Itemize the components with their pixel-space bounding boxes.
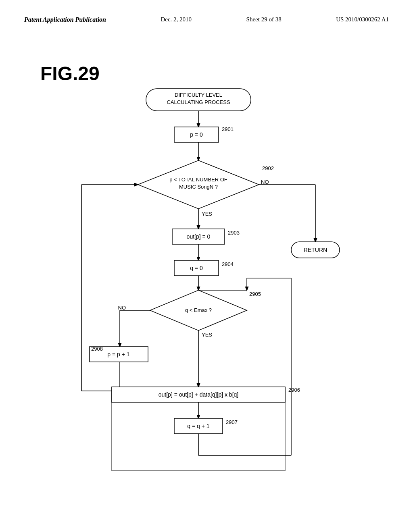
svg-text:p = 0: p = 0 xyxy=(190,131,203,138)
svg-text:out[p] = 0: out[p] = 0 xyxy=(187,233,211,240)
svg-text:YES: YES xyxy=(202,211,212,217)
svg-text:p < TOTAL NUMBER OF: p < TOTAL NUMBER OF xyxy=(169,177,227,183)
svg-text:q < Emax ?: q < Emax ? xyxy=(185,307,212,313)
publication-date: Dec. 2, 2010 xyxy=(161,16,192,23)
svg-text:2904: 2904 xyxy=(222,261,234,267)
svg-text:p = p + 1: p = p + 1 xyxy=(107,351,129,357)
svg-text:q = q + 1: q = q + 1 xyxy=(187,423,209,429)
svg-text:CALCULATING PROCESS: CALCULATING PROCESS xyxy=(167,99,230,105)
svg-text:RETURN: RETURN xyxy=(304,247,327,253)
svg-text:2903: 2903 xyxy=(228,230,240,236)
svg-text:YES: YES xyxy=(202,332,212,338)
svg-text:2901: 2901 xyxy=(222,126,234,132)
publication-title: Patent Application Publication xyxy=(24,16,106,23)
svg-text:2905: 2905 xyxy=(249,291,261,297)
svg-text:DIFFICULTY LEVEL: DIFFICULTY LEVEL xyxy=(175,92,222,98)
svg-text:MUSIC SongN ?: MUSIC SongN ? xyxy=(179,184,218,190)
svg-text:NO: NO xyxy=(261,179,269,185)
svg-text:2902: 2902 xyxy=(262,165,274,171)
page-header: Patent Application Publication Dec. 2, 2… xyxy=(0,0,413,23)
flowchart-diagram: DIFFICULTY LEVEL CALCULATING PROCESS p =… xyxy=(49,85,364,512)
figure-label: FIG.29 xyxy=(40,62,100,85)
svg-text:2906: 2906 xyxy=(288,387,300,393)
patent-number: US 2010/0300262 A1 xyxy=(336,16,389,23)
svg-text:2908: 2908 xyxy=(91,346,103,352)
svg-text:NO: NO xyxy=(118,305,126,311)
svg-text:out[p] = out[p] + data[q][p] x: out[p] = out[p] + data[q][p] x b[q] xyxy=(159,391,238,398)
svg-text:q = 0: q = 0 xyxy=(190,265,203,271)
sheet-info: Sheet 29 of 38 xyxy=(246,16,282,23)
svg-text:2907: 2907 xyxy=(226,419,238,425)
